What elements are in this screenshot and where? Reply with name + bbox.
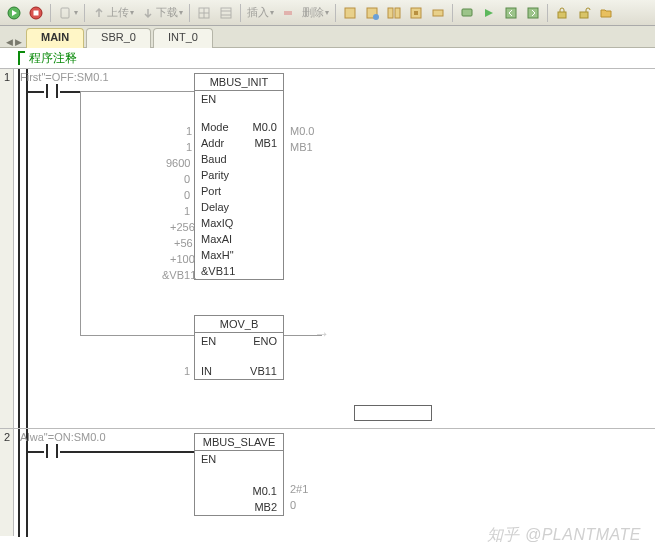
in-val: +256: [170, 221, 195, 233]
svg-rect-11: [395, 8, 400, 18]
tab-scroll[interactable]: ◀▶: [6, 37, 22, 47]
svg-rect-18: [580, 12, 588, 18]
block-mbus-init[interactable]: MBUS_INIT EN ModeM0.0 AddrMB1 Baud Parit…: [194, 73, 284, 280]
out-val: MB1: [290, 141, 313, 153]
tab-main[interactable]: MAIN: [26, 28, 84, 48]
in-val: 1: [184, 141, 192, 153]
in-val: 0: [184, 189, 190, 201]
upload-button[interactable]: 上传▾: [89, 3, 136, 23]
tool-e-button[interactable]: [428, 3, 448, 23]
program-comment: 程序注释: [0, 48, 655, 68]
lock-button[interactable]: [552, 3, 572, 23]
svg-rect-16: [528, 8, 538, 18]
selection-rect[interactable]: [354, 405, 432, 421]
svg-rect-2: [34, 10, 39, 15]
delete-button[interactable]: 删除▾: [300, 3, 331, 23]
svg-rect-10: [388, 8, 393, 18]
tab-int0[interactable]: INT_0: [153, 28, 213, 48]
attach-button[interactable]: ▾: [55, 3, 80, 23]
block-mbus-slave[interactable]: MBUS_SLAVE EN M0.1 MB2: [194, 433, 284, 516]
out-val: 0: [290, 499, 296, 511]
svg-rect-13: [433, 10, 443, 16]
nav-prev-button[interactable]: [501, 3, 521, 23]
eno-arrow-icon: →: [314, 325, 330, 343]
step-button[interactable]: [479, 3, 499, 23]
out-val: 2#1: [290, 483, 308, 495]
delete-rung-button[interactable]: [278, 3, 298, 23]
svg-rect-7: [345, 8, 355, 18]
svg-rect-3: [61, 8, 69, 18]
download-button[interactable]: 下载▾: [138, 3, 185, 23]
run-button[interactable]: [4, 3, 24, 23]
out-val: M0.0: [290, 125, 314, 137]
in-val: +56: [174, 237, 193, 249]
contact-sm01[interactable]: [44, 84, 60, 98]
svg-rect-17: [558, 12, 566, 18]
in-val: +100: [170, 253, 195, 265]
svg-point-9: [373, 14, 379, 20]
network-number: 1: [2, 71, 12, 83]
tool-a-button[interactable]: [340, 3, 360, 23]
movb-in-val: 1: [184, 365, 190, 377]
network-2[interactable]: 2 Alwa"=ON:SM0.0 MBUS_SLAVE EN M0.1 MB2 …: [0, 428, 655, 536]
network-number: 2: [2, 431, 12, 443]
compile2-button[interactable]: [216, 3, 236, 23]
tool-b-button[interactable]: [362, 3, 382, 23]
svg-rect-14: [462, 9, 472, 16]
svg-rect-6: [284, 11, 292, 15]
compile1-button[interactable]: [194, 3, 214, 23]
insert-button[interactable]: 插入▾: [245, 3, 276, 23]
in-val: &VB11: [162, 269, 196, 281]
contact-sm00[interactable]: [44, 444, 60, 458]
unlock-button[interactable]: [574, 3, 594, 23]
tabbar: ◀▶ MAIN SBR_0 INT_0: [0, 26, 655, 48]
in-val: 0: [184, 173, 190, 185]
tab-sbr0[interactable]: SBR_0: [86, 28, 151, 48]
folder-button[interactable]: [596, 3, 616, 23]
in-val: 1: [184, 125, 192, 137]
in-val: 9600: [166, 157, 190, 169]
contact-label: Alwa"=ON:SM0.0: [20, 431, 106, 443]
stop-button[interactable]: [26, 3, 46, 23]
tool-d-button[interactable]: [406, 3, 426, 23]
block-mov-b[interactable]: MOV_B ENENO INVB11: [194, 315, 284, 380]
ladder-area: 1 First"=OFF:SM0.1 MBUS_INIT EN ModeM0.0…: [0, 68, 655, 536]
in-val: 1: [184, 205, 190, 217]
toolbar: ▾ 上传▾ 下载▾ 插入▾ 删除▾: [0, 0, 655, 26]
contact-label: First"=OFF:SM0.1: [20, 71, 109, 83]
tool-c-button[interactable]: [384, 3, 404, 23]
nav-next-button[interactable]: [523, 3, 543, 23]
monitor-button[interactable]: [457, 3, 477, 23]
svg-rect-15: [506, 8, 516, 18]
network-1[interactable]: 1 First"=OFF:SM0.1 MBUS_INIT EN ModeM0.0…: [0, 68, 655, 428]
svg-rect-5: [221, 8, 231, 18]
